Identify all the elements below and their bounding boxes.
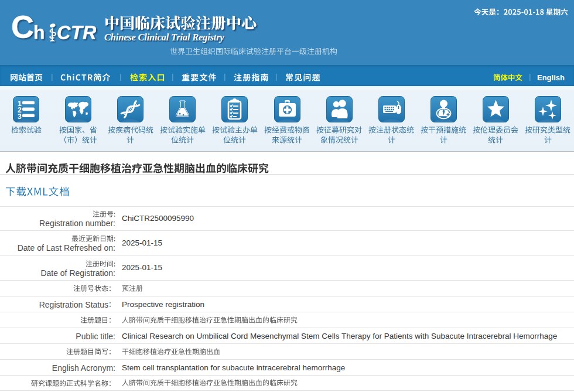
svg-text:3: 3 xyxy=(18,113,22,121)
